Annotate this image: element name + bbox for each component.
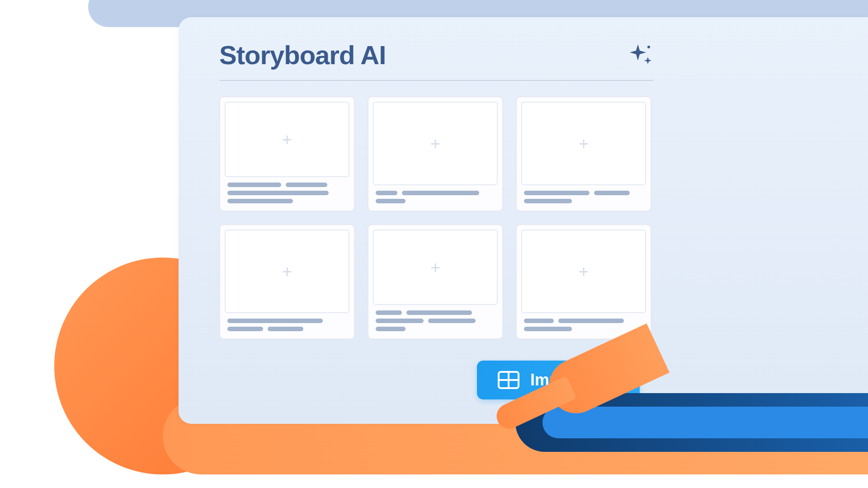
storyboard-card[interactable]: + (516, 224, 651, 339)
plus-icon: + (579, 135, 589, 152)
plus-icon: + (282, 263, 292, 280)
card-image-placeholder[interactable]: + (521, 230, 646, 313)
sparkle-icon (628, 42, 653, 68)
storyboard-card[interactable]: + (368, 96, 503, 211)
plus-icon: + (282, 131, 292, 148)
storyboard-card[interactable]: + (368, 224, 503, 339)
storyboard-panel: Storyboard AI + + (179, 17, 868, 424)
panel-header: Storyboard AI (219, 40, 653, 81)
card-image-placeholder[interactable]: + (521, 102, 646, 185)
card-image-placeholder[interactable]: + (225, 230, 349, 313)
card-text-placeholder (220, 177, 354, 211)
storyboard-card[interactable]: + (516, 96, 651, 211)
plus-icon: + (579, 263, 589, 280)
storyboard-card[interactable]: + (219, 224, 355, 339)
panel-title: Storyboard AI (219, 40, 386, 70)
plus-icon: + (430, 135, 440, 152)
card-image-placeholder[interactable]: + (225, 102, 349, 177)
storyboard-card[interactable]: + (219, 96, 355, 211)
storyboard-grid: + + + (219, 96, 653, 339)
card-image-placeholder[interactable]: + (373, 102, 498, 185)
card-image-placeholder[interactable]: + (373, 230, 498, 305)
svg-point-0 (647, 46, 650, 48)
plus-icon: + (430, 259, 440, 276)
card-text-placeholder (368, 305, 502, 338)
card-text-placeholder (368, 185, 502, 211)
card-text-placeholder (517, 185, 651, 211)
card-text-placeholder (220, 313, 354, 338)
